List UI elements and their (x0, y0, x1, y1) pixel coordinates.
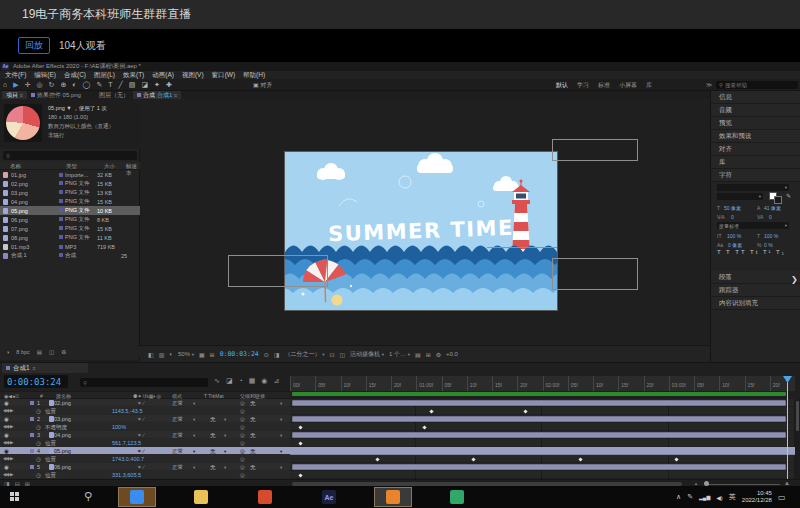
keyframe-nav-icons[interactable]: ◀◆▶ (3, 456, 13, 461)
metrics-select[interactable]: 度量标准▾ (717, 222, 789, 229)
tray-chevron-icon[interactable]: ∧ (676, 493, 681, 501)
parent-pickwhip-icon[interactable]: ◎ (240, 432, 245, 438)
time-ruler[interactable]: 00f05f10f15f20f01:00f05f10f15f20f02:00f0… (290, 376, 795, 391)
layer-name[interactable]: 04.png (54, 432, 71, 438)
column-size[interactable]: 大小 (104, 163, 115, 170)
layer-switches[interactable]: ✦ ∕ (137, 416, 144, 422)
keyframe[interactable] (298, 425, 302, 429)
trkmat-select[interactable]: 无 (210, 416, 216, 423)
zoom-level-select[interactable]: 50% ▾ (178, 351, 194, 357)
property-row[interactable]: ◀◆▶◷位置1143.5,-43.5◎ (0, 407, 290, 415)
workspace-overflow-icon[interactable]: ≫ (706, 81, 712, 88)
always-preview-icon[interactable]: ◧ (148, 351, 154, 358)
track-area[interactable] (290, 399, 795, 479)
blend-mode-select[interactable]: 正常 (172, 464, 183, 471)
eyedropper-icon[interactable]: ✎ (786, 192, 791, 199)
track-row[interactable] (290, 463, 795, 471)
project-row[interactable]: 04.pngPNG 文件15 KB (0, 197, 140, 206)
shape-tool-icon[interactable]: ◯ (83, 79, 91, 91)
layer-row[interactable]: ◉203.png✦ ∕正常▾无▾◎无▾ (0, 415, 290, 423)
proportional-spacing-value[interactable]: 0 % (764, 242, 773, 248)
kerning-value[interactable]: 0 (731, 214, 734, 220)
track-row[interactable] (290, 439, 795, 447)
keyframe-nav-icons[interactable]: ◀◆▶ (3, 408, 13, 413)
label-color-chip[interactable] (30, 433, 34, 437)
trkmat-select[interactable]: 无 (210, 464, 216, 471)
layer-switches[interactable]: ✦ ∕ (137, 432, 144, 438)
baseline-shift-value[interactable]: 0 像素 (728, 242, 742, 248)
fast-preview-icon[interactable]: ⊡ (329, 351, 334, 358)
parent-pickwhip-icon[interactable]: ◎ (240, 464, 245, 470)
label-color-chip[interactable] (59, 190, 63, 194)
dock-panel-tab[interactable]: 音频 (711, 104, 800, 117)
panel-menu-icon[interactable]: ≡ (174, 92, 177, 98)
stopwatch-icon[interactable]: ◷ (36, 424, 41, 430)
network-icon[interactable]: ▂▄▆ (699, 494, 710, 500)
resolution-select[interactable]: （二分之一） ▾ (284, 350, 324, 359)
layer-duration-bar[interactable] (292, 432, 786, 438)
dock-panel-tab[interactable]: 对齐 (711, 143, 800, 156)
horizontal-scale-value[interactable]: 100 % (764, 233, 778, 239)
property-value[interactable]: 561.7,123.5 (112, 440, 141, 446)
label-color-chip[interactable] (59, 181, 63, 185)
track-row[interactable] (290, 399, 795, 407)
label-color-chip[interactable] (59, 217, 63, 221)
property-value[interactable]: 331.3,605.5 (112, 472, 141, 478)
keyframe[interactable] (422, 425, 426, 429)
property-name[interactable]: 位置 (45, 408, 56, 415)
property-row[interactable]: ◀◆▶◷位置561.7,123.5◎ (0, 439, 290, 447)
project-row[interactable]: 01.mp3MP3719 KB (0, 242, 140, 251)
blend-mode-select[interactable]: 正常 (172, 432, 183, 439)
font-size-value[interactable]: 50 像素 (724, 205, 741, 211)
parent-select[interactable]: 无 (250, 432, 256, 439)
project-row[interactable]: 合成 1合成25 (0, 251, 140, 260)
layer-duration-bar[interactable] (292, 400, 786, 406)
parent-select[interactable]: 无 (250, 416, 256, 423)
blend-mode-select[interactable]: 正常 (172, 416, 183, 423)
parent-select[interactable]: 无 (250, 464, 256, 471)
frame-blending-icon[interactable]: ▦ (249, 377, 256, 385)
leading-value[interactable]: 41 像素 (764, 205, 781, 211)
stopwatch-icon[interactable]: ◷ (36, 440, 41, 446)
taskbar-clock[interactable]: 10:45 2022/12/28 (742, 490, 772, 504)
stopwatch-icon[interactable]: ◷ (36, 472, 41, 478)
timeline-search-input[interactable]: ⚲ (80, 378, 208, 387)
eye-icon[interactable]: ◉ (4, 432, 9, 438)
roto-brush-tool-icon[interactable]: ✦ (154, 79, 160, 91)
red-app-icon[interactable] (246, 487, 284, 507)
pen-tool-icon[interactable]: ✎ (96, 79, 102, 91)
stopwatch-icon[interactable]: ◷ (36, 408, 41, 414)
snapshot-icon[interactable]: ⊙ (264, 351, 269, 358)
tab-project[interactable]: 项目 ≡ (2, 91, 27, 99)
new-composition-icon[interactable]: ◫ (49, 349, 54, 355)
label-color-chip[interactable] (59, 173, 63, 177)
keyframe[interactable] (298, 473, 302, 477)
help-search-input[interactable]: ⚲ 搜索帮助 (716, 81, 798, 89)
parent-pickwhip-icon[interactable]: ◎ (240, 400, 245, 406)
dock-panel-tab[interactable]: 字符 (711, 169, 800, 182)
home-icon[interactable]: ⌂ (3, 79, 7, 91)
layer-name[interactable]: 03.png (54, 416, 71, 422)
orbit-camera-tool-icon[interactable]: ↻ (49, 79, 55, 91)
stamp-tool-icon[interactable]: ▨ (129, 79, 136, 91)
dock-panel-tab[interactable]: 库 (711, 156, 800, 169)
tab-layer[interactable]: 图层（无） (95, 91, 133, 99)
keyframe[interactable] (298, 441, 302, 445)
camera-select[interactable]: 活动摄像机 ▾ (350, 350, 384, 359)
label-color-chip[interactable] (59, 208, 63, 212)
property-value[interactable]: 1743.0,400.7 (112, 456, 144, 462)
workspace-tab[interactable]: 库 (646, 81, 652, 90)
interpret-footage-icon[interactable]: ◑ (6, 349, 9, 355)
zoom-tool-icon[interactable]: ◎ (37, 79, 43, 91)
layer-switches[interactable]: ✦ ∕ (137, 400, 144, 406)
project-row[interactable]: 01.jpgImporte...32 KB (0, 170, 140, 179)
tracking-value[interactable]: 0 (769, 214, 772, 220)
layer-name[interactable]: 05.png (54, 448, 71, 454)
layer-duration-bar[interactable] (292, 464, 786, 470)
track-row[interactable] (290, 415, 795, 423)
draft-3d-icon[interactable]: ◪ (226, 377, 233, 385)
keyframe-nav-icons[interactable]: ◀◆▶ (3, 472, 13, 477)
property-value[interactable]: 100% (112, 424, 126, 430)
column-type[interactable]: 类型 (66, 163, 77, 170)
timeline-zoom-slider[interactable] (706, 484, 780, 485)
